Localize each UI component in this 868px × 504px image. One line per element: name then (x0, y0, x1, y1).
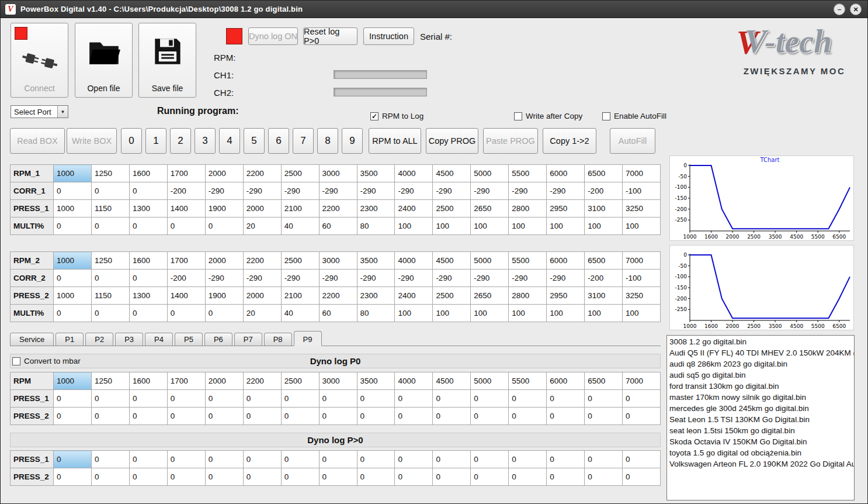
value-cell[interactable]: 0 (54, 408, 92, 425)
value-cell[interactable]: 1900 (205, 287, 243, 305)
value-cell[interactable]: -290 (281, 270, 319, 287)
value-cell[interactable]: 2000 (205, 372, 243, 390)
value-cell[interactable]: 0 (395, 408, 433, 425)
value-cell[interactable]: 0 (129, 270, 167, 287)
value-cell[interactable]: 100 (585, 218, 623, 235)
value-cell[interactable]: 0 (357, 451, 395, 468)
value-cell[interactable]: 5000 (471, 372, 509, 390)
file-list-item[interactable]: seat leon 1.5tsi 150km go digital.bin (667, 425, 854, 436)
value-cell[interactable]: 0 (243, 451, 281, 468)
value-cell[interactable]: 1700 (167, 165, 205, 182)
value-cell[interactable]: 6000 (547, 252, 585, 270)
dyno-log-on-button[interactable]: Dyno log ON (248, 27, 298, 45)
value-cell[interactable]: 0 (91, 408, 129, 425)
value-cell[interactable]: 0 (585, 408, 623, 425)
value-cell[interactable]: 0 (167, 305, 205, 322)
value-cell[interactable]: 0 (243, 468, 281, 486)
value-cell[interactable]: 0 (129, 451, 167, 468)
value-cell[interactable]: -290 (395, 270, 433, 287)
value-cell[interactable]: -290 (547, 182, 585, 200)
value-cell[interactable]: -290 (319, 182, 357, 200)
value-cell[interactable]: -290 (243, 270, 281, 287)
value-cell[interactable]: 4500 (433, 372, 471, 390)
value-cell[interactable]: 1300 (129, 200, 167, 218)
value-cell[interactable]: 6500 (585, 252, 623, 270)
value-cell[interactable]: 0 (54, 468, 92, 486)
value-cell[interactable]: 0 (205, 305, 243, 322)
save-file-button[interactable]: Save file (138, 23, 196, 98)
value-cell[interactable]: 0 (585, 451, 623, 468)
value-cell[interactable]: 1300 (129, 287, 167, 305)
digit-button-6[interactable]: 6 (268, 128, 289, 154)
value-cell[interactable]: 1250 (91, 165, 129, 182)
instruction-button[interactable]: Instruction (363, 27, 414, 45)
value-cell[interactable]: 1600 (129, 372, 167, 390)
value-cell[interactable]: 0 (433, 468, 471, 486)
value-cell[interactable]: 5000 (471, 165, 509, 182)
value-cell[interactable]: 1400 (167, 287, 205, 305)
value-cell[interactable]: 0 (167, 390, 205, 408)
value-cell[interactable]: 0 (509, 390, 547, 408)
value-cell[interactable]: 0 (471, 451, 509, 468)
value-cell[interactable]: 2400 (395, 287, 433, 305)
value-cell[interactable]: 0 (623, 408, 661, 425)
value-cell[interactable]: 2100 (281, 287, 319, 305)
value-cell[interactable]: 1700 (167, 252, 205, 270)
value-cell[interactable]: 7000 (623, 372, 661, 390)
value-cell[interactable]: 0 (129, 218, 167, 235)
value-cell[interactable]: -200 (585, 182, 623, 200)
value-cell[interactable]: 0 (54, 270, 92, 287)
value-cell[interactable]: -200 (167, 182, 205, 200)
tab-p6[interactable]: P6 (204, 333, 232, 346)
value-cell[interactable]: 1250 (91, 252, 129, 270)
value-cell[interactable]: 0 (54, 218, 92, 235)
value-cell[interactable]: -100 (623, 182, 661, 200)
value-cell[interactable]: 1400 (167, 200, 205, 218)
value-cell[interactable]: -290 (509, 270, 547, 287)
value-cell[interactable]: 100 (395, 218, 433, 235)
value-cell[interactable]: 100 (509, 218, 547, 235)
value-cell[interactable]: 2000 (243, 200, 281, 218)
value-cell[interactable]: 2000 (205, 252, 243, 270)
value-cell[interactable]: 2500 (281, 372, 319, 390)
write-after-copy-checkbox[interactable]: Write after Copy (514, 112, 582, 120)
value-cell[interactable]: 2000 (205, 165, 243, 182)
value-cell[interactable]: 4000 (395, 252, 433, 270)
enable-autofill-checkbox[interactable]: Enable AutoFill (602, 112, 666, 120)
connect-button[interactable]: Connect (11, 23, 68, 98)
tab-p3[interactable]: P3 (115, 333, 143, 346)
value-cell[interactable]: 0 (471, 408, 509, 425)
value-cell[interactable]: 0 (91, 305, 129, 322)
value-cell[interactable]: -290 (509, 182, 547, 200)
value-cell[interactable]: 1250 (91, 372, 129, 390)
value-cell[interactable]: 0 (623, 451, 661, 468)
value-cell[interactable]: 0 (319, 390, 357, 408)
file-list-item[interactable]: ford transit 130km go digital.bin (667, 381, 854, 392)
value-cell[interactable]: 0 (167, 468, 205, 486)
value-cell[interactable]: 0 (91, 468, 129, 486)
copy-1-to-2-button[interactable]: Copy 1->2 (543, 128, 596, 154)
value-cell[interactable]: 0 (357, 390, 395, 408)
value-cell[interactable]: 0 (54, 390, 92, 408)
value-cell[interactable]: 0 (319, 468, 357, 486)
file-list-item[interactable]: master 170km nowy silnik go digital.bin (667, 392, 854, 403)
file-list[interactable]: 3008 1.2 go digital.binAudi Q5 II (FY FL… (666, 335, 855, 500)
value-cell[interactable]: -290 (395, 182, 433, 200)
digit-button-5[interactable]: 5 (244, 128, 265, 154)
value-cell[interactable]: 0 (509, 451, 547, 468)
value-cell[interactable]: 0 (54, 305, 92, 322)
value-cell[interactable]: 4000 (395, 372, 433, 390)
value-cell[interactable]: 4500 (433, 252, 471, 270)
value-cell[interactable]: 1000 (54, 252, 92, 270)
value-cell[interactable]: 0 (433, 390, 471, 408)
file-list-item[interactable]: mercedes gle 300d 245km go digital.bin (667, 403, 854, 414)
digit-button-4[interactable]: 4 (219, 128, 240, 154)
value-cell[interactable]: -100 (623, 270, 661, 287)
tab-p4[interactable]: P4 (145, 333, 173, 346)
value-cell[interactable]: 0 (129, 182, 167, 200)
select-port-dropdown[interactable]: Select Port (11, 105, 68, 118)
value-cell[interactable]: -200 (167, 270, 205, 287)
value-cell[interactable]: 60 (319, 218, 357, 235)
value-cell[interactable]: -290 (281, 182, 319, 200)
minimize-button[interactable] (834, 4, 845, 15)
